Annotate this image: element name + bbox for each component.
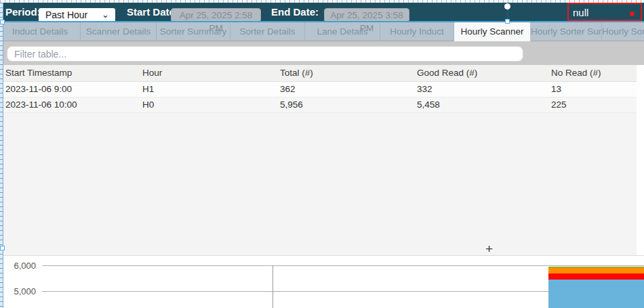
period-select-value: Past Hour (45, 9, 87, 20)
selection-handle-mid-left[interactable] (0, 246, 5, 250)
tab-bar: Induct Details Scanner Details Sorter Su… (0, 22, 644, 41)
start-date-input[interactable]: Apr 25, 2025 2:58 PM (171, 8, 261, 22)
toolbar: Period: Past Hour ⌄ Start Date: Apr 25, … (0, 3, 644, 22)
filter-table-input[interactable] (7, 46, 523, 62)
category-divider-line (273, 265, 273, 308)
table-row[interactable]: 2023-11-06 9:00 H1 362 332 13 (0, 82, 644, 97)
end-date-input[interactable]: Apr 25, 2025 3:58 PM (324, 8, 409, 22)
hourly-scanner-chart: 6,000 5,000 (0, 256, 644, 308)
chevron-down-icon: ⌄ (102, 12, 109, 18)
table-row[interactable]: 2023-11-06 10:00 H0 5,956 5,458 225 (0, 97, 644, 113)
tab-hourly-sorter-summary[interactable]: Hourly Sorter Summar (531, 22, 602, 41)
selection-handle-top-left[interactable] (0, 20, 5, 24)
tab-induct-details[interactable]: Induct Details (0, 22, 81, 41)
tab-hourly-scanner[interactable]: Hourly Scanner (454, 22, 531, 41)
tab-hourly-sorter[interactable]: Hourly Sort (602, 22, 644, 41)
tab-hourly-induct[interactable]: Hourly Induct (380, 22, 454, 41)
null-value-error-box: null (567, 3, 642, 21)
plus-icon[interactable]: + (485, 242, 493, 255)
bar-segment-blue (548, 280, 644, 308)
selection-top-edge (0, 21, 644, 22)
tab-sorter-details[interactable]: Sorter Details (230, 22, 305, 41)
tab-scanner-details[interactable]: Scanner Details (81, 22, 157, 41)
table-empty-area (0, 113, 644, 256)
bar-segment-orange (548, 267, 644, 273)
table-header-row: Start Timestamp Hour Total (#) Good Read… (0, 65, 644, 82)
column-header-start-timestamp[interactable]: Start Timestamp (0, 65, 137, 81)
ruler-vertical (0, 3, 3, 308)
y-axis-tick-5000: 5,000 (0, 286, 36, 296)
column-header-good-read[interactable]: Good Read (#) (411, 65, 546, 81)
drag-indicator-circle[interactable] (504, 3, 510, 9)
ruler-horizontal (0, 0, 644, 3)
stacked-bar[interactable] (548, 267, 644, 308)
period-label: Period: (5, 3, 41, 22)
y-axis-tick-6000: 6,000 (0, 261, 36, 270)
bar-segment-red (548, 273, 644, 280)
end-date-label: End Date: (271, 3, 319, 22)
app-canvas: Period: Past Hour ⌄ Start Date: Apr 25, … (0, 0, 644, 308)
period-select[interactable]: Past Hour ⌄ (39, 8, 115, 22)
scrollbar-gutter (637, 65, 644, 255)
error-dot-icon (630, 12, 635, 16)
filter-bar (0, 41, 644, 65)
selection-handle-top-center[interactable] (505, 19, 510, 24)
column-header-hour[interactable]: Hour (137, 65, 275, 81)
column-header-total[interactable]: Total (#) (275, 65, 411, 81)
column-header-no-read[interactable]: No Read (#) (546, 65, 644, 81)
null-value-text: null (573, 5, 588, 21)
